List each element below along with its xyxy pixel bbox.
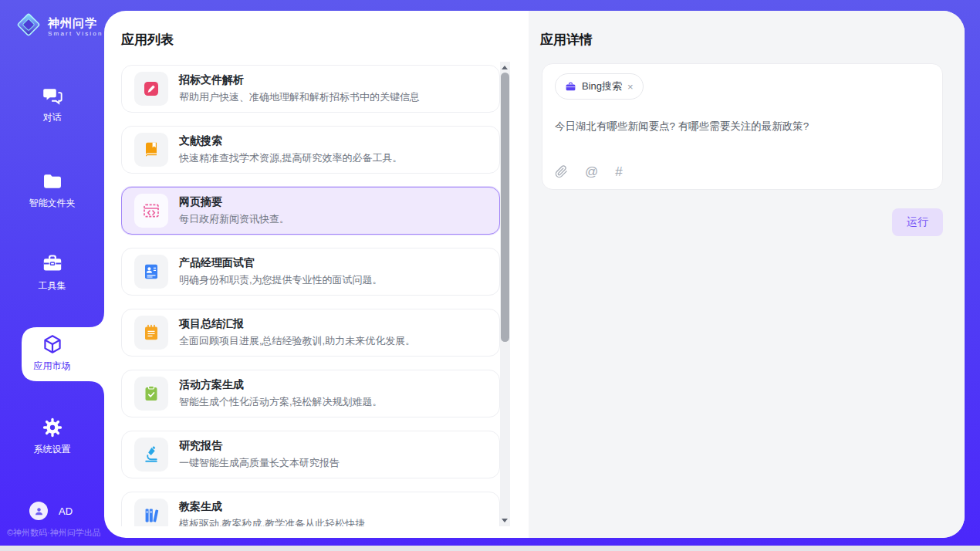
- chat-icon: [0, 85, 104, 108]
- app-list: 招标文件解析 帮助用户快速、准确地理解和解析招标书中的关键信息 文献搜索 快速精…: [121, 65, 500, 526]
- app-card-description: 智能生成个性化活动方案,轻松解决规划难题。: [179, 395, 383, 409]
- app-card-tender[interactable]: 招标文件解析 帮助用户快速、准确地理解和解析招标书中的关键信息: [121, 65, 500, 113]
- paperclip-icon[interactable]: [555, 165, 568, 178]
- app-detail-title: 应用详情: [540, 31, 593, 49]
- app-card-lesson[interactable]: 教案生成 模板驱动,教案秒成,教学准备从此轻松快捷: [121, 492, 500, 526]
- app-card-description: 每日政府新闻资讯快查。: [179, 212, 289, 226]
- run-button[interactable]: 运行: [892, 208, 943, 236]
- sidebar-item-settings[interactable]: 系统设置: [0, 417, 104, 456]
- at-mention-icon[interactable]: @: [585, 165, 598, 178]
- tool-chip-label: Bing搜索: [582, 79, 622, 93]
- app-card-name: 项目总结汇报: [179, 317, 415, 331]
- app-card-name: 招标文件解析: [179, 73, 420, 87]
- sidebar: 神州问学 Smart Vision 对话 智能文件夹 工具集 应用市场: [0, 0, 104, 546]
- app-card-description: 帮助用户快速、准确地理解和解析招标书中的关键信息: [179, 90, 420, 104]
- folder-icon: [0, 171, 104, 194]
- app-card-name: 研究报告: [179, 439, 340, 453]
- app-card-name: 活动方案生成: [179, 378, 383, 392]
- list-scrollbar[interactable]: [500, 62, 510, 526]
- app-card-webdigest[interactable]: 网页摘要 每日政府新闻资讯快查。: [121, 187, 500, 235]
- brand-subtitle: Smart Vision: [48, 30, 103, 37]
- briefcase-icon: [565, 81, 576, 93]
- app-card-literature[interactable]: 文献搜索 快速精准查找学术资源,提高研究效率的必备工具。: [121, 126, 500, 174]
- microscope-icon: [142, 445, 161, 464]
- user-initials: AD: [59, 505, 73, 517]
- app-card-name: 网页摘要: [179, 195, 289, 209]
- sidebar-item-market[interactable]: 应用市场: [0, 333, 104, 373]
- user-row[interactable]: AD: [29, 502, 73, 520]
- cube-icon: [0, 333, 104, 357]
- app-card-summary[interactable]: 项目总结汇报 全面回顾项目进展,总结经验教训,助力未来优化发展。: [121, 309, 500, 357]
- books-icon: [142, 506, 161, 525]
- app-card-name: 教案生成: [179, 500, 365, 514]
- scrollbar-thumb[interactable]: [501, 73, 509, 342]
- toolbox-icon: [0, 253, 104, 276]
- sidebar-item-folders[interactable]: 智能文件夹: [0, 171, 104, 210]
- prompt-card[interactable]: Bing搜索 × 今日湖北有哪些新闻要点? 有哪些需要关注的最新政策? @ #: [542, 63, 943, 190]
- app-card-event[interactable]: 活动方案生成 智能生成个性化活动方案,轻松解决规划难题。: [121, 370, 500, 417]
- tool-chip-bing-search[interactable]: Bing搜索 ×: [555, 73, 644, 100]
- book-icon: [142, 140, 161, 159]
- app-card-name: 文献搜索: [179, 134, 403, 148]
- resume-person-icon: [142, 262, 161, 281]
- app-card-name: 产品经理面试官: [179, 256, 383, 270]
- app-card-description: 明确身份和职责,为您提供专业性的面试问题。: [179, 273, 383, 287]
- edit-doc-icon: [142, 79, 161, 98]
- gear-icon: [0, 417, 104, 440]
- footer-copyright: ©神州数码·神州问学出品: [7, 527, 101, 539]
- scrollbar-down-arrow-icon[interactable]: [502, 519, 508, 522]
- clipboard-check-icon: [142, 384, 161, 403]
- chip-close-icon[interactable]: ×: [627, 82, 634, 92]
- app-card-description: 模板驱动,教案秒成,教学准备从此轻松快捷: [179, 517, 365, 526]
- app-list-title: 应用列表: [121, 31, 174, 49]
- user-avatar-icon[interactable]: [29, 502, 48, 520]
- app-card-description: 快速精准查找学术资源,提高研究效率的必备工具。: [179, 151, 403, 165]
- browser-code-icon: [142, 201, 161, 220]
- brand-diamond-icon: [14, 10, 43, 42]
- scrollbar-up-arrow-icon[interactable]: [502, 66, 508, 69]
- hash-icon[interactable]: #: [615, 165, 622, 178]
- brand-name: 神州问学: [48, 16, 97, 29]
- sidebar-item-chat[interactable]: 对话: [0, 85, 104, 124]
- app-detail-panel: 应用详情 Bing搜索 × 今日湖北有哪些新闻要点? 有哪些需要关注的最新政策?: [529, 11, 965, 538]
- attachment-toolbar: @ #: [555, 165, 623, 178]
- prompt-text[interactable]: 今日湖北有哪些新闻要点? 有哪些需要关注的最新政策?: [555, 120, 930, 134]
- sidebar-item-tools[interactable]: 工具集: [0, 253, 104, 292]
- brand-logo: 神州问学 Smart Vision: [14, 10, 103, 42]
- app-card-description: 全面回顾项目进展,总结经验教训,助力未来优化发展。: [179, 334, 415, 348]
- main-panel: 应用列表 招标文件解析 帮助用户快速、准确地理解和解析招标书中的关键信息 文献搜…: [104, 11, 965, 538]
- notepad-icon: [142, 323, 161, 342]
- app-card-interview[interactable]: 产品经理面试官 明确身份和职责,为您提供专业性的面试问题。: [121, 248, 500, 296]
- app-card-description: 一键智能生成高质量长文本研究报告: [179, 456, 340, 470]
- app-card-research[interactable]: 研究报告 一键智能生成高质量长文本研究报告: [121, 431, 500, 478]
